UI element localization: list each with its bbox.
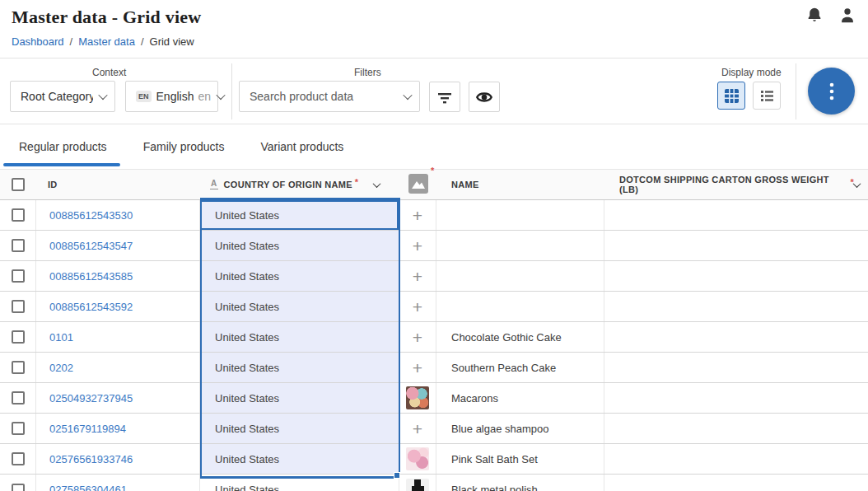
country-cell[interactable]: United States (200, 261, 399, 291)
product-thumbnail[interactable] (406, 447, 429, 470)
country-cell[interactable]: United States (200, 353, 399, 382)
add-image-icon[interactable]: + (413, 298, 422, 316)
country-cell[interactable]: United States (200, 200, 399, 230)
product-grid: ID A COUNTRY OF ORIGIN NAME * * NAME DOT… (0, 169, 868, 491)
row-checkbox[interactable] (0, 292, 36, 321)
name-cell[interactable]: Pink Salt Bath Set (436, 444, 604, 474)
weight-cell[interactable] (604, 231, 868, 260)
row-checkbox[interactable] (0, 444, 36, 474)
image-cell[interactable] (399, 475, 436, 491)
country-cell[interactable]: United States (200, 444, 399, 474)
image-cell[interactable]: + (399, 292, 436, 321)
preview-button[interactable] (469, 82, 500, 112)
actions-fab-button[interactable] (808, 68, 855, 115)
country-cell[interactable]: United States (200, 292, 399, 321)
product-id-link[interactable]: 0251679119894 (49, 423, 126, 435)
tab-regular-products[interactable]: Regular products (11, 124, 115, 169)
tab-family-products[interactable]: Family products (135, 124, 233, 169)
image-cell[interactable]: + (399, 353, 436, 382)
image-cell[interactable] (399, 444, 436, 474)
list-view-button[interactable] (753, 82, 781, 110)
add-image-icon[interactable]: + (413, 268, 422, 285)
tab-variant-products[interactable]: Variant products (252, 124, 352, 169)
image-cell[interactable]: + (399, 200, 436, 230)
country-cell[interactable]: United States (200, 414, 399, 443)
country-cell[interactable]: United States (200, 475, 399, 491)
name-cell[interactable]: Blue algae shampoo (436, 414, 604, 443)
breadcrumb-dashboard[interactable]: Dashboard (12, 35, 64, 48)
breadcrumb-separator: / (141, 35, 144, 48)
product-id-link[interactable]: 0202 (49, 362, 73, 374)
column-header-image[interactable]: * (399, 170, 436, 199)
name-cell[interactable]: Black metal polish (436, 475, 604, 491)
name-cell[interactable]: Southern Peach Cake (436, 353, 604, 382)
row-checkbox[interactable] (0, 322, 36, 352)
name-cell[interactable]: Chocolate Gothic Cake (436, 322, 604, 352)
id-cell: 0251679119894 (36, 414, 200, 443)
product-thumbnail[interactable] (406, 479, 429, 491)
image-cell[interactable]: + (399, 261, 436, 291)
product-id-link[interactable]: 02504932737945 (49, 392, 133, 404)
row-checkbox[interactable] (0, 475, 36, 491)
weight-cell[interactable] (604, 414, 868, 443)
country-cell[interactable]: United States (200, 322, 399, 352)
weight-cell[interactable] (604, 322, 868, 352)
product-id-link[interactable]: 00885612543592 (49, 301, 133, 313)
weight-cell[interactable] (604, 292, 868, 321)
table-row: 0251679119894United States+Blue algae sh… (0, 414, 868, 444)
chevron-down-icon (98, 91, 107, 100)
name-cell[interactable]: Macarons (436, 383, 604, 413)
add-image-icon[interactable]: + (413, 420, 422, 437)
weight-cell[interactable] (604, 475, 868, 491)
name-cell[interactable] (436, 292, 604, 321)
grid-view-button[interactable] (717, 82, 745, 110)
image-cell[interactable]: + (399, 231, 436, 260)
category-dropdown[interactable]: Root Category (10, 81, 115, 112)
product-thumbnail[interactable] (406, 386, 429, 409)
add-image-icon[interactable]: + (413, 237, 422, 255)
row-checkbox[interactable] (0, 231, 36, 260)
name-cell[interactable] (436, 231, 604, 260)
filter-icon (436, 89, 453, 105)
breadcrumb-master-data[interactable]: Master data (78, 35, 135, 48)
product-id-link[interactable]: 0275856304461 (49, 484, 127, 491)
weight-cell[interactable] (604, 261, 868, 291)
product-id-link[interactable]: 00885612543547 (49, 240, 133, 252)
bell-icon[interactable] (805, 7, 824, 25)
image-cell[interactable] (399, 383, 436, 413)
add-image-icon[interactable]: + (413, 329, 422, 346)
product-id-link[interactable]: 00885612543530 (49, 209, 133, 222)
weight-cell[interactable] (604, 353, 868, 382)
language-suffix: en (198, 90, 211, 103)
person-icon[interactable] (838, 7, 856, 25)
name-cell[interactable] (436, 261, 604, 291)
country-cell[interactable]: United States (200, 231, 399, 260)
row-checkbox[interactable] (0, 200, 36, 230)
product-id-link[interactable]: 0101 (49, 331, 73, 344)
row-checkbox[interactable] (0, 414, 36, 443)
chevron-down-icon[interactable] (373, 180, 381, 188)
add-image-icon[interactable]: + (413, 207, 422, 224)
weight-cell[interactable] (604, 383, 868, 413)
search-product-dropdown[interactable]: Search product data (239, 81, 420, 112)
add-image-icon[interactable]: + (413, 359, 422, 376)
country-cell[interactable]: United States (200, 383, 399, 413)
column-header-id[interactable]: ID (36, 170, 200, 199)
select-all-checkbox[interactable] (0, 170, 36, 199)
weight-cell[interactable] (604, 444, 868, 474)
language-dropdown[interactable]: EN English en (125, 81, 218, 112)
row-checkbox[interactable] (0, 383, 36, 413)
product-id-link[interactable]: 02576561933746 (49, 453, 133, 465)
column-header-name[interactable]: NAME (436, 170, 604, 199)
product-id-link[interactable]: 00885612543585 (49, 270, 133, 283)
row-checkbox[interactable] (0, 353, 36, 382)
name-cell[interactable] (436, 200, 604, 230)
weight-cell[interactable] (604, 200, 868, 230)
filter-button[interactable] (429, 82, 460, 112)
image-cell[interactable]: + (399, 414, 436, 443)
row-checkbox[interactable] (0, 261, 36, 291)
image-cell[interactable]: + (399, 322, 436, 352)
column-resize-handle[interactable] (394, 472, 400, 479)
column-header-weight[interactable]: DOTCOM SHIPPING CARTON GROSS WEIGHT (LB)… (604, 170, 868, 199)
column-header-country[interactable]: A COUNTRY OF ORIGIN NAME * (200, 170, 399, 199)
